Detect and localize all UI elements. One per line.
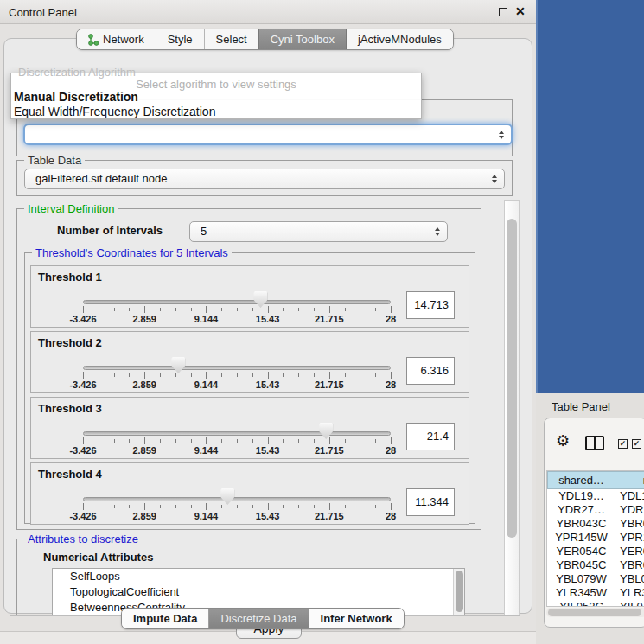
columns-icon[interactable] (585, 436, 604, 450)
tick-mark (329, 503, 330, 510)
tick-mark (360, 505, 360, 508)
cell-name: YDR2 (615, 503, 644, 517)
tick-mark (375, 439, 376, 443)
slider-thumb[interactable] (253, 291, 267, 308)
attributes-scrollbar-thumb[interactable] (456, 571, 463, 612)
bottom-tab-infer-network[interactable]: Infer Network (309, 609, 404, 628)
tab-label: jActiveMNodules (358, 29, 442, 49)
algorithm-combobox[interactable] (23, 124, 513, 145)
slider-track[interactable] (83, 497, 391, 501)
table-row[interactable]: YBL079WYBL0 (547, 572, 644, 586)
tab-select[interactable]: Select (204, 29, 258, 49)
table-row[interactable]: YBR043CYBR0 (547, 517, 644, 531)
close-icon[interactable]: ✕ (515, 4, 526, 18)
table-panel-title: Table Panel (552, 400, 610, 413)
algorithm-option[interactable]: Manual Discretization (13, 90, 419, 104)
tab-label: Select (216, 29, 247, 49)
tick-mark (314, 439, 315, 443)
slider-track[interactable] (83, 300, 391, 304)
cell-shared-name: YBR045C (547, 558, 615, 572)
tab-style[interactable]: Style (156, 29, 204, 49)
tick-mark (144, 437, 145, 444)
algorithm-option[interactable]: Equal Width/Frequency Discretization (13, 105, 419, 118)
main-scrollbar[interactable] (504, 200, 520, 615)
attributes-scrollbar[interactable] (453, 569, 464, 615)
tick-mark (221, 505, 222, 508)
num-intervals-value: 5 (201, 225, 207, 238)
tick-mark (283, 439, 284, 443)
threshold-value-field[interactable]: 14.713 (406, 291, 455, 319)
horizontal-scrollbar-thumb[interactable] (548, 609, 641, 616)
select-all-checkbox-icon[interactable]: ✓ (618, 439, 628, 449)
tick-mark (329, 372, 330, 379)
slider-thumb[interactable] (171, 357, 185, 373)
table-row[interactable]: YIL052CYIL0 (547, 600, 644, 607)
tick-mark (129, 373, 130, 377)
attribute-list-item[interactable]: SelfLoops (53, 569, 464, 584)
tick-mark (160, 373, 161, 377)
table-row[interactable]: YER054CYER0 (547, 545, 644, 558)
algorithm-placeholder: Select algorithm to view settings (11, 78, 421, 91)
cell-shared-name: YPR145W (547, 531, 615, 545)
tick-mark (129, 505, 130, 508)
tab-jactivemnodules[interactable]: jActiveMNodules (347, 29, 453, 49)
table-row[interactable]: YDR27…YDR2 (547, 503, 644, 517)
cell-name: YPR1 (615, 531, 644, 545)
tick-mark (237, 439, 238, 443)
slider-thumb[interactable] (220, 488, 234, 505)
tab-network[interactable]: Network (77, 29, 156, 49)
main-scrollbar-thumb[interactable] (507, 219, 517, 538)
cell-shared-name: YER054C (547, 545, 615, 558)
tick-mark (221, 373, 222, 377)
threshold-value-field[interactable]: 11.344 (406, 488, 455, 516)
threshold-value-field[interactable]: 21.4 (406, 423, 455, 450)
tick-mark (329, 437, 330, 444)
table-data-combobox[interactable]: galFiltered.sif default node (24, 169, 505, 189)
tick-mark (345, 308, 346, 311)
tick-mark (298, 308, 299, 311)
slider-track[interactable] (83, 366, 391, 370)
bottom-tab-discretize-data[interactable]: Discretize Data (208, 609, 308, 628)
column-header-shared-name[interactable]: shared… (547, 471, 615, 489)
tick-mark (175, 308, 176, 311)
table-row[interactable]: YLR345WYLR3 (547, 586, 644, 600)
table-row[interactable]: YBR045CYBR0 (547, 558, 644, 572)
bottom-tab-impute-data[interactable]: Impute Data (122, 609, 208, 628)
tick-label: 28 (386, 511, 396, 521)
combo-spinner-icon (499, 131, 504, 139)
tab-label: Style (168, 29, 193, 49)
thresholds-group: Threshold's Coordinates for 5 Intervals … (24, 252, 475, 524)
slider-thumb[interactable] (319, 423, 333, 439)
tick-mark (360, 373, 360, 377)
threshold-label: Threshold 2 (38, 336, 102, 349)
column-header-name[interactable]: na (615, 471, 644, 489)
tick-mark (298, 505, 299, 508)
algorithm-dropdown-popup: Discretization Algorithm Select algorith… (10, 73, 422, 119)
float-window-icon[interactable] (499, 8, 507, 16)
tick-label: -3.426 (69, 511, 96, 521)
num-intervals-label: Number of Intervals (57, 224, 163, 237)
table-row[interactable]: YPR145WYPR1 (547, 531, 644, 545)
tick-mark (221, 439, 222, 443)
tick-mark (268, 503, 269, 510)
select-column-checkbox-icon[interactable]: ✓ (632, 439, 641, 449)
table-data-group-title: Table Data (24, 154, 85, 167)
bottom-tab-bar: Impute DataDiscretize DataInfer Network (121, 608, 405, 629)
tick-mark (283, 308, 284, 311)
tick-mark (268, 372, 269, 379)
table-card: ⚙ ✓ ✓ shared… na YDL19…YDL1YDR27…YDR2YBR… (544, 418, 644, 628)
threshold-value-field[interactable]: 6.316 (406, 357, 455, 385)
table-panel: Table Panel ⚙ ✓ ✓ shared… na YDL19…YDL1Y… (536, 393, 644, 644)
table-row[interactable]: YDL19…YDL1 (547, 489, 644, 503)
slider-track[interactable] (83, 431, 391, 436)
attribute-list-item[interactable]: TopologicalCoefficient (53, 584, 464, 600)
tick-label: -3.426 (69, 379, 96, 390)
tick-label: 2.859 (132, 511, 156, 521)
tick-mark (83, 306, 84, 313)
horizontal-scrollbar[interactable] (546, 608, 644, 617)
gear-icon[interactable]: ⚙ (556, 433, 570, 449)
tick-mark (268, 306, 269, 313)
tick-mark (160, 505, 161, 508)
num-intervals-combobox[interactable]: 5 (189, 221, 448, 242)
tab-cyni-toolbox[interactable]: Cyni Toolbox (258, 29, 347, 49)
